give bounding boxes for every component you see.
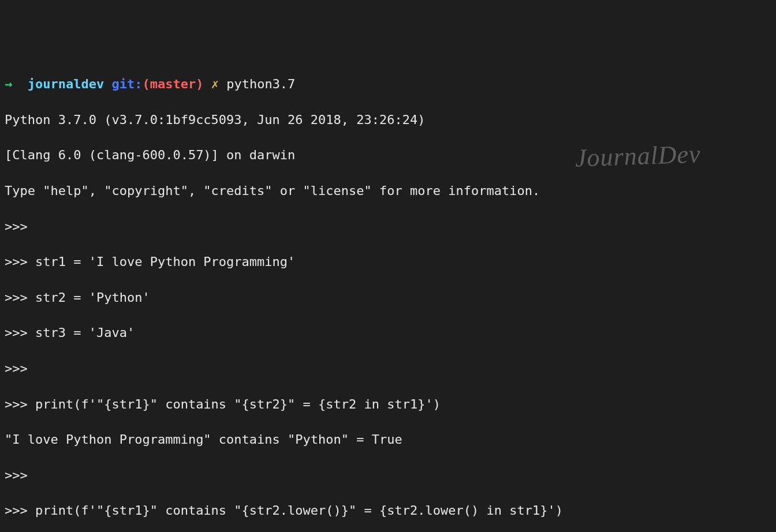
repl-prompt: >>> [5,218,771,236]
repl-input: >>> print(f'"{str1}" contains "{str2}" =… [5,396,771,414]
repl-input: >>> str3 = 'Java' [5,324,771,342]
repl-input: >>> str1 = 'I love Python Programming' [5,253,771,271]
prompt-command: python3.7 [226,77,295,91]
terminal-output: [Clang 6.0 (clang-600.0.57)] on darwin [5,147,771,164]
shell-prompt-line: → journaldev git:(master) ✗ python3.7 [5,76,771,93]
terminal-output: Python 3.7.0 (v3.7.0:1bf9cc5093, Jun 26 … [5,111,771,129]
terminal-output: Type "help", "copyright", "credits" or "… [5,182,771,200]
prompt-arrow-icon: → [5,77,12,91]
repl-prompt: >>> [5,360,771,378]
prompt-git-label: git: [111,77,142,91]
repl-input: >>> str2 = 'Python' [5,289,771,307]
repl-input: >>> print(f'"{str1}" contains "{str2.low… [5,502,771,520]
prompt-dirty-icon: ✗ [211,77,219,91]
repl-output: "I love Python Programming" contains "Py… [5,431,771,449]
repl-prompt: >>> [5,467,771,485]
prompt-branch: (master) [142,77,203,91]
prompt-dir: journaldev [28,77,104,91]
